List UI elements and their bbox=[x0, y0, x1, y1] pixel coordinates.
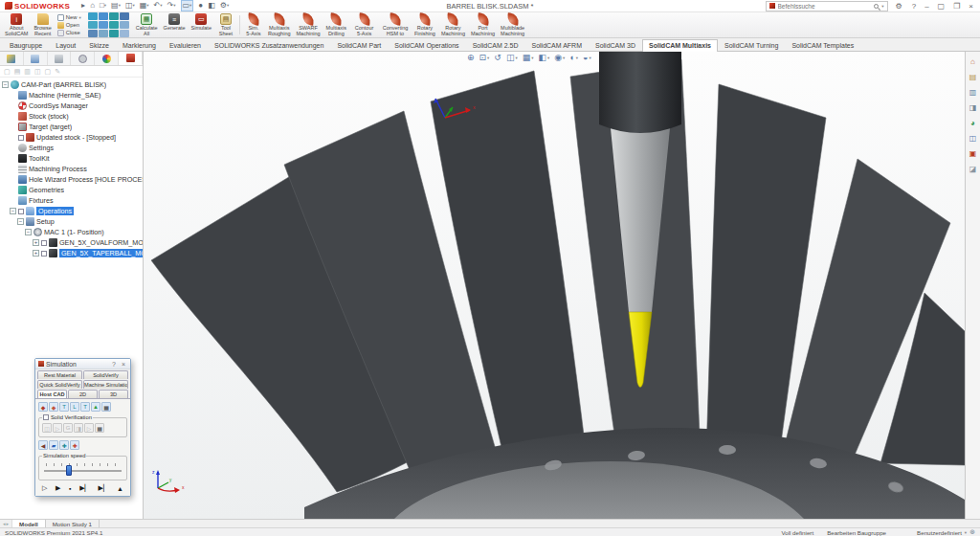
copy-icon[interactable]: ▤ bbox=[14, 68, 21, 76]
configurationmanager-tab[interactable] bbox=[48, 52, 72, 65]
tool-sheet-button[interactable]: ▤Tool Sheet bbox=[214, 12, 237, 37]
pixel-grid-icon[interactable]: ▦ bbox=[95, 423, 104, 433]
dialog-close-button[interactable]: × bbox=[120, 361, 127, 368]
redo-icon[interactable]: ↷▾ bbox=[167, 1, 176, 11]
displaymanager-tab[interactable] bbox=[95, 52, 119, 65]
select-icon[interactable]: ▭▾ bbox=[181, 0, 194, 11]
sim-tab-3d[interactable]: 3D bbox=[99, 390, 128, 398]
minimize-button[interactable]: – bbox=[923, 2, 930, 11]
solidcam-tool-icon[interactable] bbox=[120, 12, 129, 20]
solidcam-tool-icon[interactable] bbox=[88, 21, 98, 29]
display-state-globe-icon[interactable]: ⊛ bbox=[969, 528, 975, 536]
print-icon[interactable]: ▦▾ bbox=[140, 1, 149, 11]
tab-solidcam-templates[interactable]: SolidCAM Templates bbox=[785, 39, 860, 51]
fast-forward-button[interactable]: ▶▏ bbox=[79, 484, 90, 492]
tree-checkbox[interactable] bbox=[18, 209, 24, 214]
solidcam-tool-icon[interactable] bbox=[88, 12, 98, 20]
tree-item[interactable]: −Setup bbox=[0, 216, 143, 227]
simulation-dialog[interactable]: Simulation ? × Rest MaterialSolidVerifyQ… bbox=[34, 358, 131, 497]
display-style-icon[interactable]: ◧▾ bbox=[538, 53, 549, 62]
show-toolpath-icon[interactable]: T bbox=[80, 402, 90, 412]
solidcam-tool-icon[interactable] bbox=[109, 12, 119, 20]
sim-tab-rest-material[interactable]: Rest Material bbox=[37, 370, 82, 379]
display-state-dropdown-icon[interactable]: ▾ bbox=[965, 530, 967, 535]
sim-tab-2d[interactable]: 2D bbox=[68, 390, 98, 398]
solidcam-tool-icon[interactable] bbox=[120, 30, 129, 37]
tab-solidworks-zusatzanwendungen[interactable]: SOLIDWORKS Zusatzanwendungen bbox=[208, 39, 330, 51]
tab-solidcam-operations[interactable]: SolidCAM Operations bbox=[388, 39, 465, 51]
tree-item[interactable]: Target (target) bbox=[0, 122, 143, 132]
rebuild-traffic-icon[interactable]: ● bbox=[198, 1, 203, 11]
solidcam-taskpane-icon[interactable]: ▣ bbox=[969, 148, 978, 158]
new-item-icon[interactable]: ▢ bbox=[45, 68, 52, 76]
resources-home-icon[interactable]: ⌂ bbox=[969, 56, 978, 66]
tab-solidcam-part[interactable]: SolidCAM Part bbox=[330, 39, 388, 51]
solidcam-tool-icon[interactable] bbox=[88, 30, 98, 37]
tab-layout[interactable]: Layout bbox=[49, 39, 82, 51]
tree-item[interactable]: Geometries bbox=[0, 185, 143, 195]
edit-appearance-icon[interactable]: ◐▾ bbox=[569, 53, 578, 62]
multiaxis-roughing-button[interactable]: Multiaxis Roughing bbox=[265, 12, 294, 37]
rewind-icon[interactable]: ◀ bbox=[38, 440, 48, 450]
zoom-area-icon[interactable]: ⊡▾ bbox=[479, 53, 490, 62]
generate-button[interactable]: ≡Generate bbox=[161, 12, 189, 37]
multiblade-machining-button[interactable]: Multiblade Machining bbox=[498, 12, 527, 37]
open-icon[interactable]: ▤▾ bbox=[111, 1, 121, 11]
tree-item[interactable]: Settings bbox=[0, 143, 143, 153]
undo-icon[interactable]: ↶▾ bbox=[154, 1, 163, 11]
multiaxis-drilling-button[interactable]: Multiaxis Drilling bbox=[323, 12, 349, 37]
gouge-check-icon[interactable]: G bbox=[63, 423, 73, 433]
show-target-icon[interactable]: ◆ bbox=[49, 402, 58, 412]
marker-icon[interactable]: ✚ bbox=[70, 440, 79, 450]
expand-toggle-icon[interactable]: − bbox=[10, 208, 16, 214]
simulate-button[interactable]: ▭Simulate bbox=[189, 12, 214, 37]
tab-markierung[interactable]: Markierung bbox=[116, 39, 163, 51]
show-fixture-icon[interactable]: ▲ bbox=[91, 402, 100, 412]
tree-checkbox[interactable] bbox=[18, 135, 24, 141]
expand-toggle-icon[interactable]: − bbox=[25, 229, 32, 235]
rotary-finishing-4x-button[interactable]: Rotary Finishing 4x bbox=[412, 12, 438, 37]
about-solidcam-button[interactable]: iAbout SolidCAM bbox=[2, 12, 31, 37]
tree-item[interactable]: Machining Process bbox=[0, 164, 143, 174]
design-library-icon[interactable]: ▤ bbox=[969, 72, 978, 81]
to-end-button[interactable]: ▶▏ bbox=[99, 484, 109, 492]
tab-solidcam-3d[interactable]: SolidCAM 3D bbox=[589, 39, 642, 51]
dialog-help-button[interactable]: ? bbox=[110, 361, 118, 368]
options-icon[interactable]: ⚙▾ bbox=[220, 1, 229, 11]
tab-solidcam-turning[interactable]: SolidCAM Turning bbox=[718, 39, 785, 51]
sim-tab-machine-simulation[interactable]: Machine Simulation bbox=[83, 380, 128, 389]
slider-track[interactable] bbox=[44, 470, 122, 472]
solidworks-logo[interactable]: SOLIDWORKS bbox=[5, 2, 70, 11]
sim-tab-host-cad[interactable]: Host CAD bbox=[37, 390, 67, 398]
measure-icon[interactable]: ✚ bbox=[59, 440, 69, 450]
converting-hsm-button[interactable]: Converting HSM to Sim. 5-Axis Milling bbox=[379, 12, 412, 37]
play-button[interactable]: ▶ bbox=[56, 484, 60, 492]
solidcam-tool-icon[interactable] bbox=[99, 21, 108, 29]
search-dropdown-icon[interactable]: ▾ bbox=[881, 4, 883, 9]
tab-evaluieren[interactable]: Evaluieren bbox=[163, 39, 208, 51]
solidcam-tool-icon[interactable] bbox=[120, 21, 129, 29]
simulation-speed-slider[interactable] bbox=[44, 463, 122, 477]
appearances-icon[interactable]: ◕ bbox=[969, 118, 978, 127]
tree-checkbox[interactable] bbox=[41, 251, 47, 257]
expand-toggle-icon[interactable]: − bbox=[17, 218, 24, 225]
new-button[interactable]: New▾ bbox=[57, 14, 81, 21]
expand-toggle-icon[interactable]: + bbox=[33, 250, 39, 257]
edit-icon[interactable]: ✎ bbox=[55, 68, 60, 76]
rotary-machining-button[interactable]: Rotary Machining bbox=[438, 12, 468, 37]
tree-item[interactable]: −MAC 1 (1- Position) bbox=[0, 227, 143, 237]
show-holder-icon[interactable]: L bbox=[70, 402, 79, 412]
solidcam-tool-icon[interactable] bbox=[109, 21, 119, 29]
file-properties-icon[interactable]: ◧ bbox=[208, 1, 215, 11]
tab-solidcam-2-5d[interactable]: SolidCAM 2.5D bbox=[466, 39, 525, 51]
solidcam-tool-icon[interactable] bbox=[99, 12, 108, 20]
sim-5axis-milling-button[interactable]: Sim. 5-Axis Milling bbox=[242, 12, 265, 37]
eject-step-button[interactable]: ▲ bbox=[117, 485, 123, 492]
tree-item[interactable]: +GEN_5X_OVALFORM_MORPH_BLISK ...T1 (1) bbox=[0, 237, 143, 248]
status-display-state[interactable]: Benutzerdefiniert bbox=[917, 529, 962, 536]
tree-item[interactable]: Stock (stock) bbox=[0, 111, 143, 122]
model-tab-motion-study-1[interactable]: Motion Study 1 bbox=[46, 520, 100, 527]
port-machining-button[interactable]: Port Machining bbox=[468, 12, 498, 37]
show-stock-icon[interactable]: ◆ bbox=[38, 402, 48, 412]
slider-thumb[interactable] bbox=[66, 465, 72, 476]
